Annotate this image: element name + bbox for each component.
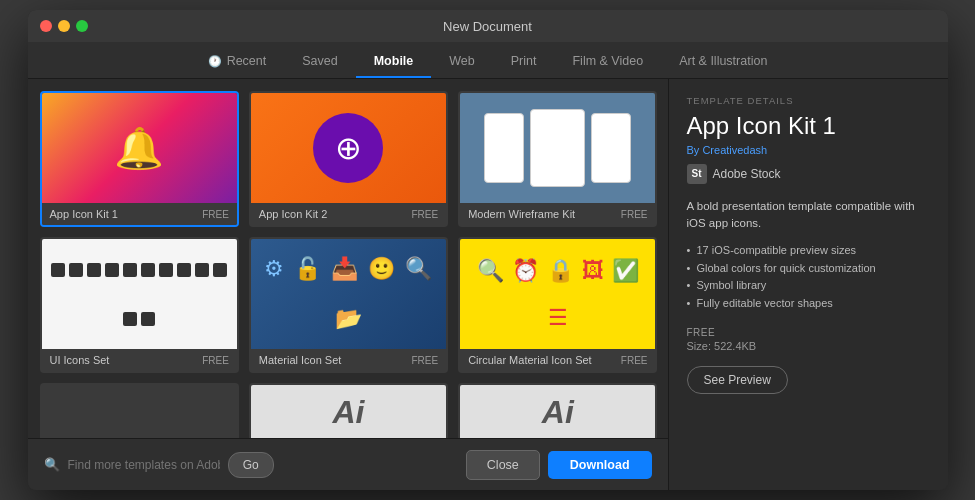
- template-card-modern-wireframe-kit[interactable]: Modern Wireframe Kit FREE: [458, 91, 657, 227]
- circ-icon-3: 🔒: [547, 258, 574, 284]
- template-card-partial-ai-1[interactable]: Ai: [249, 383, 448, 438]
- ui-icon-11: [123, 312, 137, 326]
- thumb-app-icon-2-bg: ⊕: [251, 93, 446, 203]
- ui-icon-1: [51, 263, 65, 277]
- compass-icon: ⊕: [335, 129, 362, 167]
- stock-label: Adobe Stock: [713, 167, 781, 181]
- card-thumb-app-icon-1: 🔔: [42, 93, 237, 203]
- preview-button[interactable]: See Preview: [687, 366, 788, 394]
- download-button[interactable]: Download: [548, 451, 652, 479]
- go-button[interactable]: Go: [228, 452, 274, 478]
- sidebar-description: A bold presentation template compatible …: [687, 198, 930, 233]
- thumb-circular-bg: 🔍 ⏰ 🔒 🖼 ✅ ☰: [460, 239, 655, 349]
- ai-text-1: Ai: [332, 394, 364, 431]
- bullet-1: 17 iOS-compatible preview sizes: [687, 242, 930, 260]
- card-thumb-partial-1: [42, 385, 237, 438]
- dialog-title: New Document: [443, 19, 532, 34]
- bullet-2: Global colors for quick customization: [687, 260, 930, 278]
- sidebar-template-title: App Icon Kit 1: [687, 112, 930, 141]
- ui-icon-6: [141, 263, 155, 277]
- close-traffic-light[interactable]: [40, 20, 52, 32]
- stock-icon: St: [687, 164, 707, 184]
- traffic-lights: [40, 20, 88, 32]
- tab-film-video[interactable]: Film & Video: [554, 48, 661, 78]
- circ-icon-6: ☰: [548, 305, 568, 331]
- card-thumb-wireframe: [460, 93, 655, 203]
- template-card-app-icon-kit-1[interactable]: 🔔 App Icon Kit 1 FREE: [40, 91, 239, 227]
- thumb-app-icon-1-bg: 🔔: [42, 93, 237, 203]
- tab-web[interactable]: Web: [431, 48, 492, 78]
- circ-icon-2: ⏰: [512, 258, 539, 284]
- tab-saved[interactable]: Saved: [284, 48, 355, 78]
- card-footer-circular: Circular Material Icon Set FREE: [460, 349, 655, 371]
- ai-text-2: Ai: [542, 394, 574, 431]
- wire-phone-3: [591, 113, 631, 183]
- card-thumb-material: ⚙ 🔓 📥 🙂 🔍 📂: [251, 239, 446, 349]
- template-card-ui-icons-set[interactable]: UI Icons Set FREE: [40, 237, 239, 373]
- card-footer-wireframe: Modern Wireframe Kit FREE: [460, 203, 655, 225]
- ui-icon-3: [87, 263, 101, 277]
- sidebar-author: By Creativedash: [687, 144, 930, 156]
- template-card-partial-ai-2[interactable]: Ai: [458, 383, 657, 438]
- tabs-bar: 🕐 Recent Saved Mobile Web Print Film & V…: [28, 42, 948, 79]
- mat-icon-gear: ⚙: [264, 256, 284, 282]
- sidebar: TEMPLATE DETAILS App Icon Kit 1 By Creat…: [668, 79, 948, 490]
- bullet-3: Symbol library: [687, 277, 930, 295]
- search-input[interactable]: [68, 458, 220, 472]
- thumb-ui-icons-bg: [42, 239, 237, 349]
- bottom-bar: 🔍 Go Close Download: [28, 438, 668, 490]
- tab-art-illustration[interactable]: Art & Illustration: [661, 48, 785, 78]
- circ-icon-4: 🖼: [582, 258, 604, 284]
- thumb-partial-1-bg: [42, 385, 237, 438]
- search-icon: 🔍: [44, 457, 60, 472]
- ui-icon-8: [177, 263, 191, 277]
- card-footer-app-icon-1: App Icon Kit 1 FREE: [42, 203, 237, 225]
- new-document-dialog: New Document 🕐 Recent Saved Mobile Web P…: [28, 10, 948, 490]
- close-button[interactable]: Close: [466, 450, 540, 480]
- ui-icon-9: [195, 263, 209, 277]
- mat-icon-folder: 📂: [335, 306, 362, 332]
- compass-circle: ⊕: [313, 113, 383, 183]
- recent-icon: 🕐: [208, 55, 222, 68]
- card-footer-app-icon-2: App Icon Kit 2 FREE: [251, 203, 446, 225]
- wire-phone-1: [484, 113, 524, 183]
- templates-area: 🔔 App Icon Kit 1 FREE: [28, 79, 668, 490]
- wire-phone-2: [530, 109, 585, 187]
- tab-print[interactable]: Print: [493, 48, 555, 78]
- template-card-circular-material[interactable]: 🔍 ⏰ 🔒 🖼 ✅ ☰ Circular Material Icon Set F…: [458, 237, 657, 373]
- template-card-partial-1[interactable]: [40, 383, 239, 438]
- tab-recent[interactable]: 🕐 Recent: [190, 48, 285, 78]
- fullscreen-traffic-light[interactable]: [76, 20, 88, 32]
- card-thumb-ai-1: Ai: [251, 385, 446, 438]
- ui-icon-10: [213, 263, 227, 277]
- template-card-app-icon-kit-2[interactable]: ⊕ App Icon Kit 2 FREE: [249, 91, 448, 227]
- bullet-4: Fully editable vector shapes: [687, 295, 930, 313]
- mat-icon-inbox: 📥: [331, 256, 358, 282]
- thumb-wireframe-bg: [460, 93, 655, 203]
- ui-icon-12: [141, 312, 155, 326]
- tab-mobile[interactable]: Mobile: [356, 48, 432, 78]
- minimize-traffic-light[interactable]: [58, 20, 70, 32]
- thumb-ai-1-bg: Ai: [251, 385, 446, 438]
- card-thumb-app-icon-2: ⊕: [251, 93, 446, 203]
- sidebar-size: Size: 522.4KB: [687, 340, 930, 352]
- thumb-material-bg: ⚙ 🔓 📥 🙂 🔍 📂: [251, 239, 446, 349]
- template-grid: 🔔 App Icon Kit 1 FREE: [40, 91, 658, 438]
- template-card-material-icon-set[interactable]: ⚙ 🔓 📥 🙂 🔍 📂 Material Icon Set FREE: [249, 237, 448, 373]
- circ-icon-1: 🔍: [477, 258, 504, 284]
- thumb-ai-2-bg: Ai: [460, 385, 655, 438]
- title-bar: New Document: [28, 10, 948, 42]
- mat-icon-search: 🔍: [405, 256, 432, 282]
- template-details-label: TEMPLATE DETAILS: [687, 95, 930, 106]
- circ-icon-5: ✅: [612, 258, 639, 284]
- grid-scroll[interactable]: 🔔 App Icon Kit 1 FREE: [28, 79, 668, 438]
- card-thumb-ai-2: Ai: [460, 385, 655, 438]
- card-footer-material: Material Icon Set FREE: [251, 349, 446, 371]
- search-area: 🔍: [44, 457, 220, 472]
- ui-icon-2: [69, 263, 83, 277]
- main-area: 🔔 App Icon Kit 1 FREE: [28, 79, 948, 490]
- card-thumb-ui-icons: [42, 239, 237, 349]
- sidebar-free-label: FREE: [687, 327, 930, 338]
- sidebar-bullets: 17 iOS-compatible preview sizes Global c…: [687, 242, 930, 312]
- mat-icon-smiley: 🙂: [368, 256, 395, 282]
